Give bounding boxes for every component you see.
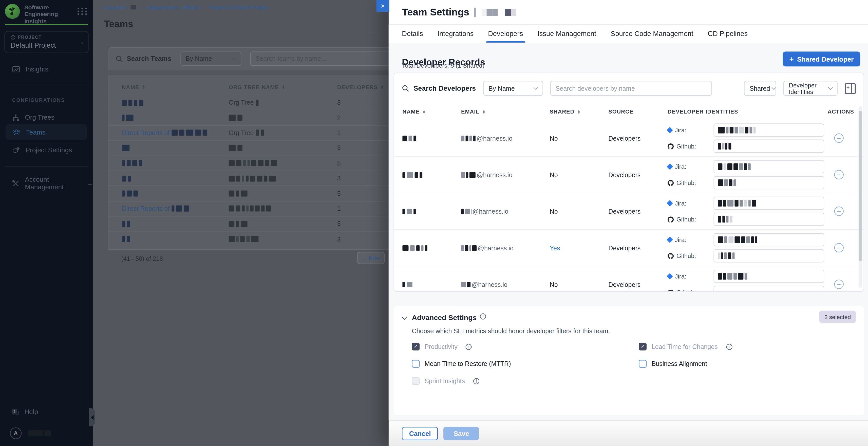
sidebar-item-project-settings[interactable]: Project Settings [0,143,93,157]
column-header[interactable]: EMAIL▲▼ [461,109,550,115]
developer-identities-cell: Jira:Github: [668,233,828,263]
tab-details[interactable]: Details [402,25,423,42]
column-header[interactable]: NAME▲▼ [122,84,229,90]
checkbox-disabled [412,377,420,385]
column-header[interactable]: ORG TREE NAME▲▼ [228,84,337,90]
team-name-cell[interactable] [122,175,229,181]
checkbox-unchecked[interactable] [412,360,420,368]
github-icon [668,252,674,259]
org-tree-cell [228,115,337,121]
sidebar-item-insights[interactable]: Insights [0,62,93,77]
team-name-cell[interactable] [122,236,229,242]
redacted-text [228,115,243,121]
teams-search-by-select[interactable]: By Name [180,52,241,66]
redacted-text [122,236,130,242]
github-icon [668,289,674,292]
help-label: Help [24,408,38,416]
help-button[interactable]: ? Help [0,405,38,418]
name-cell [402,170,461,180]
sidebar-item-org-trees[interactable]: Org Trees [0,110,93,125]
checkbox-checked[interactable]: ✓ [412,343,420,351]
source-value: Developers [608,244,668,251]
avatar[interactable]: A [10,427,22,439]
sidebar-item-teams[interactable]: Teams [6,124,87,140]
modal-title: Team Settings [402,6,469,18]
tab-cd-pipelines[interactable]: CD Pipelines [708,25,748,42]
jira-icon [666,200,673,207]
modal-close-button[interactable]: × [376,0,389,12]
insights-icon [12,66,20,72]
cancel-button[interactable]: Cancel [402,427,438,440]
tab-integrations[interactable]: Integrations [438,25,474,42]
redacted-text [461,172,475,177]
developer-identities-cell: Jira:Github: [668,160,828,189]
org-tree-cell [228,145,337,151]
breadcrumb-account[interactable]: Account: [104,4,127,10]
team-name-cell[interactable] [122,221,229,227]
tab-developers[interactable]: Developers [488,25,523,42]
team-name-cell[interactable] [122,99,229,106]
developer-search-by-select[interactable]: By Name [483,81,543,96]
column-settings-icon[interactable] [845,83,856,94]
metric-option-label: Business Alignment [652,360,707,367]
info-icon: i [473,378,479,384]
shared-value: No [550,208,609,214]
project-selector[interactable]: PROJECT Default Project › [4,31,88,53]
sidebar-collapse-handle[interactable] [89,408,95,426]
jira-label: Jira: [668,163,713,170]
checkbox-unchecked[interactable] [639,360,647,368]
arrow-right-icon: → [86,179,93,187]
redacted-text [172,206,189,212]
add-shared-developer-button[interactable]: + Shared Developer [783,52,860,66]
tab-source-code-management[interactable]: Source Code Management [611,25,693,42]
remove-developer-button[interactable]: − [834,207,844,216]
jira-identity-row: Jira: [668,197,828,210]
table-scrollbar [859,107,862,288]
app-switcher-icon[interactable] [78,8,88,15]
org-tree-name: Org Tree [228,129,254,136]
remove-developer-button[interactable]: − [834,243,844,252]
github-label: Github: [668,216,713,222]
screen: Software Engineering Insights PROJECT De… [0,0,868,446]
shared-filter-select[interactable]: Shared [744,81,776,96]
search-icon [402,85,409,92]
chevron-down-icon [231,56,237,60]
github-identity-box [713,213,824,226]
team-name-cell[interactable]: Direct Reports of [122,129,229,136]
github-label: Github: [668,252,713,259]
team-name-cell[interactable] [122,115,229,121]
checkbox-checked[interactable]: ✓ [639,343,647,351]
teams-icon [12,129,21,135]
redacted-text [402,135,416,141]
tab-issue-management[interactable]: Issue Management [537,25,596,42]
developer-identities-filter-select[interactable]: Developer Identities [783,81,838,96]
column-header[interactable]: SHARED▲▼ [550,109,609,115]
breadcrumb-organization[interactable]: Organization: default [146,4,199,10]
jira-identity-row: Jira: [668,160,828,173]
pagination-prev-button[interactable]: ← Prev [357,252,384,264]
sidebar-item-account-management[interactable]: Account Management → [0,176,93,190]
chevron-down-icon[interactable] [402,314,407,320]
sort-icon: ▲▼ [482,110,486,114]
team-name-link[interactable]: Direct Reports of [122,205,170,212]
info-icon: i [726,344,732,350]
remove-developer-button[interactable]: − [834,170,844,179]
source-value: Developers [608,171,668,178]
team-name-cell[interactable] [122,145,229,151]
remove-developer-button[interactable]: − [834,279,844,289]
team-name-cell[interactable]: Direct Reports of [122,205,229,212]
developer-row: @harness.ioNoDevelopersJira:Github:− [394,157,864,193]
save-button[interactable]: Save [444,427,479,440]
team-name-cell[interactable] [122,160,229,166]
chevron-down-icon [828,85,833,90]
team-name-link[interactable]: Direct Reports of [122,129,170,136]
column-header[interactable]: NAME▲▼ [402,109,461,115]
developer-search-input[interactable] [550,81,712,96]
org-tree-cell [228,190,337,197]
breadcrumb-project[interactable]: Project: Default Project [209,4,269,10]
redacted-text [122,160,143,166]
team-name-cell[interactable] [122,190,229,197]
remove-developer-button[interactable]: − [834,133,844,143]
scrollbar-thumb[interactable] [859,111,862,261]
redacted-text [718,163,751,170]
